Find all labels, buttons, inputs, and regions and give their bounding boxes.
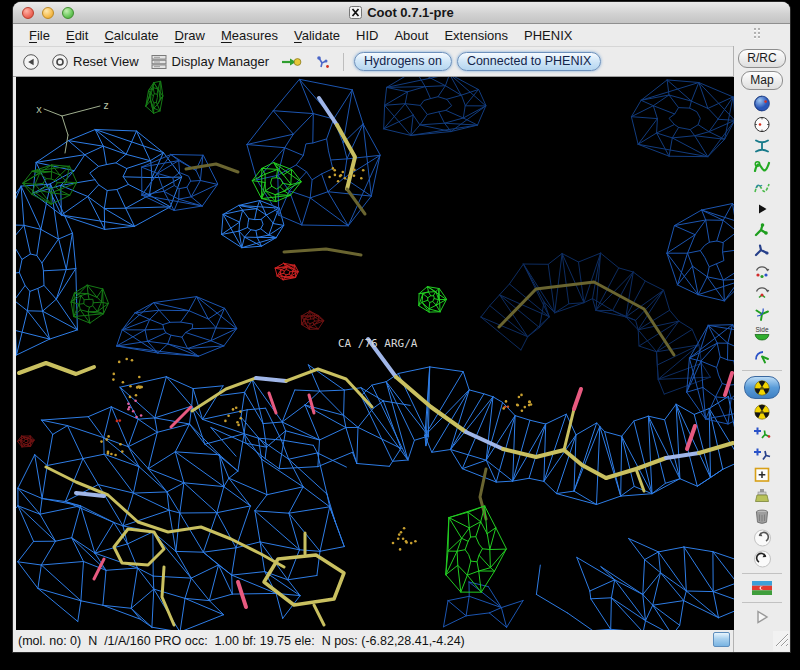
play-triangle-icon[interactable]	[741, 198, 783, 219]
tool-separator	[742, 370, 782, 371]
main-toolbar: Reset View Display Manager Hydrogens on …	[13, 46, 733, 77]
add-alt-conf-icon[interactable]	[741, 443, 783, 464]
target-icon	[51, 53, 69, 71]
spin-view-icon[interactable]	[741, 114, 783, 135]
menu-validate[interactable]: Validate	[286, 26, 348, 45]
menu-file[interactable]: File	[21, 26, 58, 45]
go-to-ligand-button[interactable]	[277, 53, 306, 71]
delete-item-icon[interactable]	[741, 506, 783, 527]
menu-phenix[interactable]: PHENIX	[516, 26, 580, 45]
gl-canvas[interactable]: x z CA /76 ARG/A	[16, 77, 734, 630]
menu-measures[interactable]: Measures	[213, 26, 286, 45]
reset-view-label: Reset View	[73, 54, 139, 69]
rotamers-icon[interactable]	[741, 282, 783, 303]
clear-pending-icon[interactable]	[741, 485, 783, 506]
regularize-zone-icon[interactable]	[741, 177, 783, 198]
edit-chi-angles-icon[interactable]	[741, 303, 783, 324]
auto-fit-rotamer-icon[interactable]	[741, 261, 783, 282]
display-manager-button[interactable]: Display Manager	[147, 52, 273, 72]
mutate-autofit-icon[interactable]	[744, 376, 780, 399]
simple-mutate-icon[interactable]	[741, 401, 783, 422]
menu-edit[interactable]: Edit	[58, 26, 96, 45]
map-select-button[interactable]: Map	[741, 71, 782, 90]
flag-icon[interactable]	[741, 577, 783, 598]
redo-icon[interactable]	[741, 548, 783, 569]
display-manager-label: Display Manager	[172, 54, 270, 69]
axis-label-z: z	[103, 100, 109, 111]
tool-separator	[742, 573, 782, 574]
axis-label-x: x	[36, 104, 42, 115]
x11-icon	[349, 6, 362, 19]
rot-trans-zone-icon[interactable]	[741, 240, 783, 261]
phenix-connection-button[interactable]: Connected to PHENIX	[457, 52, 601, 71]
model-fit-refine-toolbar: R/RC Map	[734, 46, 790, 652]
menu-hid[interactable]: HID	[348, 26, 386, 45]
rigid-body-fit-icon[interactable]	[741, 219, 783, 240]
go-to-atom-button[interactable]	[311, 52, 333, 72]
menu-draw[interactable]: Draw	[167, 26, 213, 45]
flip-peptide-icon[interactable]	[741, 345, 783, 366]
status-bar: (mol. no: 0) N /1/A/160 PRO occ: 1.00 bf…	[13, 630, 733, 652]
add-terminal-residue-icon[interactable]	[741, 422, 783, 443]
connect-arrow-icon	[280, 55, 303, 69]
atom-label: CA /76 ARG/A	[338, 337, 418, 350]
back-icon	[22, 53, 40, 71]
status-text: (mol. no: 0) N /1/A/160 PRO occ: 1.00 bf…	[18, 634, 465, 648]
title-bar: Coot 0.7.1-pre	[13, 2, 790, 24]
close-button[interactable]	[22, 7, 34, 19]
display-manager-icon	[150, 54, 168, 70]
sphere-icon[interactable]	[741, 93, 783, 114]
toolbar-separator	[343, 53, 344, 71]
undo-icon[interactable]	[741, 527, 783, 548]
tool-separator	[742, 602, 782, 603]
reset-view-button[interactable]: Reset View	[48, 51, 142, 73]
refine-zone-icon[interactable]	[741, 156, 783, 177]
app-window: Coot 0.7.1-pre File Edit Calculate Draw …	[13, 2, 790, 652]
resize-grip[interactable]	[773, 631, 789, 651]
refine-regularize-control-button[interactable]: R/RC	[738, 49, 785, 68]
menu-bar: File Edit Calculate Draw Measures Valida…	[13, 24, 790, 46]
place-atom-icon[interactable]	[741, 464, 783, 485]
menu-extensions[interactable]: Extensions	[436, 26, 516, 45]
hydrogens-toggle-button[interactable]: Hydrogens on	[354, 52, 452, 71]
molecule-icon	[314, 54, 330, 70]
run-script-icon[interactable]	[741, 606, 783, 627]
status-scroll-thumb[interactable]	[713, 632, 730, 647]
toolbar-drag-handle[interactable]	[754, 28, 762, 40]
ibeam-icon[interactable]	[741, 135, 783, 156]
zoom-button[interactable]	[62, 7, 74, 19]
back-view-button[interactable]	[19, 51, 43, 73]
menu-about[interactable]: About	[386, 26, 436, 45]
minimize-button[interactable]	[42, 7, 54, 19]
flip-sidechain-icon[interactable]: Side	[741, 324, 783, 345]
menu-calculate[interactable]: Calculate	[96, 26, 166, 45]
window-title: Coot 0.7.1-pre	[367, 5, 454, 20]
